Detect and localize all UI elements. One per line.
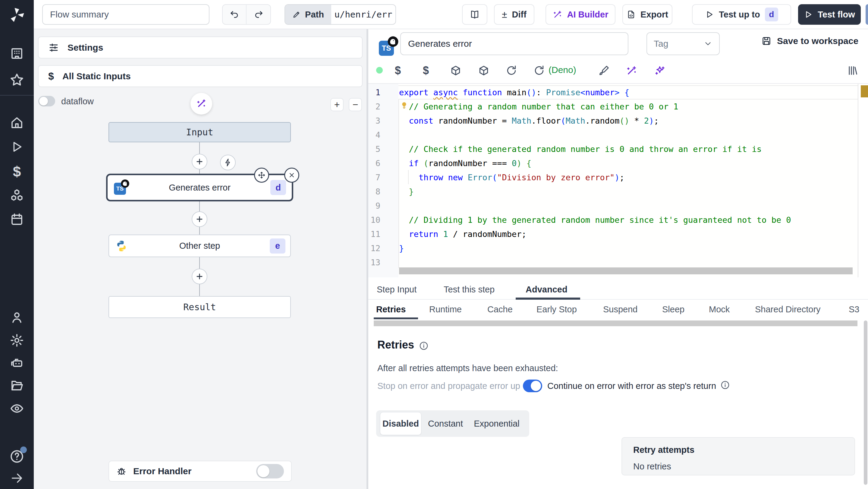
ai-flow-wand-button[interactable] <box>190 93 212 115</box>
typescript-deno-icon: TS <box>379 38 396 55</box>
error-handler-toggle[interactable] <box>256 464 284 479</box>
resources-cubes-icon[interactable] <box>10 188 24 203</box>
package-icon[interactable] <box>478 65 490 76</box>
delete-node-button[interactable] <box>284 167 299 183</box>
flow-settings-button[interactable]: Settings <box>38 36 363 59</box>
all-static-inputs-label: All Static Inputs <box>62 71 131 82</box>
subtab-sleep[interactable]: Sleep <box>662 305 684 314</box>
save-to-workspace-button[interactable]: Save to workspace <box>761 36 858 46</box>
add-trigger-button[interactable] <box>220 155 236 170</box>
editor-horizontal-scrollbar[interactable] <box>399 267 852 274</box>
deno-runtime-label[interactable]: (Deno) <box>549 65 576 75</box>
flow-node-step-e-label: Other step <box>179 241 220 251</box>
partial-button-edge[interactable] <box>866 4 868 25</box>
test-up-to-step-badge: d <box>765 7 778 22</box>
all-static-inputs-button[interactable]: $ All Static Inputs <box>38 65 363 87</box>
dollar-icon[interactable]: $ <box>395 64 401 77</box>
undo-button[interactable] <box>223 5 247 24</box>
stop-on-error-option[interactable]: Stop on error and propagate error up <box>377 381 520 391</box>
save-floppy-icon <box>761 36 772 46</box>
retries-exhausted-label: After all retries attempts have been exh… <box>377 363 558 373</box>
flow-node-step-e[interactable]: Other step e <box>108 235 291 257</box>
tab-advanced-active[interactable]: Advanced <box>526 284 567 295</box>
format-brush-icon[interactable] <box>598 65 610 76</box>
dataflow-label: dataflow <box>61 96 94 107</box>
retry-mode-constant[interactable]: Constant <box>421 419 470 429</box>
test-up-to-button[interactable]: Test up to d <box>692 4 791 25</box>
workspace-building-icon[interactable] <box>10 46 24 61</box>
flow-node-input[interactable]: Input <box>108 122 291 142</box>
test-flow-button[interactable]: Test flow <box>798 4 861 25</box>
plus-icon <box>195 157 204 166</box>
tag-select[interactable]: Tag <box>647 32 720 55</box>
schedules-calendar-icon[interactable] <box>10 212 24 227</box>
runs-play-icon[interactable] <box>10 140 24 154</box>
retry-mode-segmented-control: Disabled Constant Exponential <box>376 410 529 437</box>
settings-gear-icon[interactable] <box>10 333 24 347</box>
add-step-button[interactable] <box>192 211 207 227</box>
plus-minus-icon: ± <box>502 9 507 20</box>
subtab-suspend[interactable]: Suspend <box>603 305 638 314</box>
continue-on-error-toggle[interactable] <box>523 379 542 392</box>
subtab-retries[interactable]: Retries <box>376 305 406 314</box>
subtab-cache[interactable]: Cache <box>487 305 513 314</box>
retry-mode-exponential[interactable]: Exponential <box>470 419 524 429</box>
ai-sparkles-icon[interactable] <box>654 65 665 76</box>
flow-node-step-d-label: Generates error <box>169 183 230 193</box>
ai-builder-button[interactable]: AI Builder <box>546 4 615 25</box>
info-icon[interactable] <box>720 380 730 390</box>
continue-on-error-option[interactable]: Continue on error with error as step's r… <box>547 381 716 391</box>
audit-eye-icon[interactable] <box>10 401 24 416</box>
status-dot <box>376 67 383 73</box>
flow-node-result[interactable]: Result <box>108 296 291 318</box>
pencil-icon <box>292 10 301 19</box>
dollar-icon[interactable]: $ <box>423 64 429 77</box>
path-label: Path <box>305 10 324 20</box>
error-handler-card[interactable]: Error Handler <box>108 461 292 482</box>
variables-dollar-icon[interactable]: $ <box>13 163 21 180</box>
library-icon[interactable] <box>847 65 858 76</box>
package-icon[interactable] <box>450 65 461 76</box>
folders-icon[interactable] <box>10 378 24 393</box>
retry-mode-disabled[interactable]: Disabled <box>380 412 421 435</box>
reload-icon[interactable] <box>506 65 517 76</box>
subtabs-horizontal-scrollbar[interactable] <box>374 320 858 326</box>
zoom-in-button[interactable]: + <box>330 98 344 111</box>
favorites-star-icon[interactable] <box>9 72 24 87</box>
redo-button[interactable] <box>247 5 270 24</box>
flow-summary-input[interactable] <box>42 4 210 25</box>
panel-divider[interactable] <box>367 29 368 489</box>
user-icon[interactable] <box>10 310 24 325</box>
export-label: Export <box>641 10 668 20</box>
tab-test-this-step[interactable]: Test this step <box>444 284 495 295</box>
subtab-s3[interactable]: S3 <box>849 305 859 314</box>
move-node-button[interactable] <box>254 167 269 183</box>
workers-robot-icon[interactable] <box>10 356 24 370</box>
subtab-mock[interactable]: Mock <box>709 305 730 314</box>
dataflow-toggle[interactable] <box>38 96 55 106</box>
line-number: 9 <box>368 199 398 213</box>
line-number: 4 <box>368 128 398 142</box>
add-step-button[interactable] <box>192 154 207 170</box>
info-icon[interactable] <box>419 341 429 350</box>
ai-wand-icon[interactable] <box>626 65 638 76</box>
subtab-shared-directory[interactable]: Shared Directory <box>755 305 821 314</box>
export-button[interactable]: Export <box>622 4 673 25</box>
subtab-early-stop[interactable]: Early Stop <box>536 305 577 314</box>
tab-step-input[interactable]: Step Input <box>377 284 416 295</box>
docs-button[interactable] <box>462 4 487 25</box>
diff-button[interactable]: ± Diff <box>494 4 534 25</box>
flow-node-step-e-id: e <box>270 239 285 253</box>
subtab-runtime[interactable]: Runtime <box>429 305 462 314</box>
help-icon[interactable] <box>9 449 24 464</box>
step-name-input[interactable] <box>400 32 628 55</box>
add-step-button[interactable] <box>192 269 207 284</box>
zoom-out-button[interactable]: − <box>349 98 362 111</box>
windmill-logo-icon[interactable] <box>9 7 25 24</box>
panel-vertical-scrollbar[interactable] <box>864 320 867 485</box>
home-icon[interactable] <box>10 116 24 130</box>
collapse-arrow-icon[interactable] <box>10 471 24 485</box>
path-group[interactable]: Path u/henri/err <box>284 4 396 25</box>
code-editor[interactable]: export async function main(): Promise<nu… <box>398 84 858 277</box>
reload-icon[interactable] <box>533 65 545 76</box>
